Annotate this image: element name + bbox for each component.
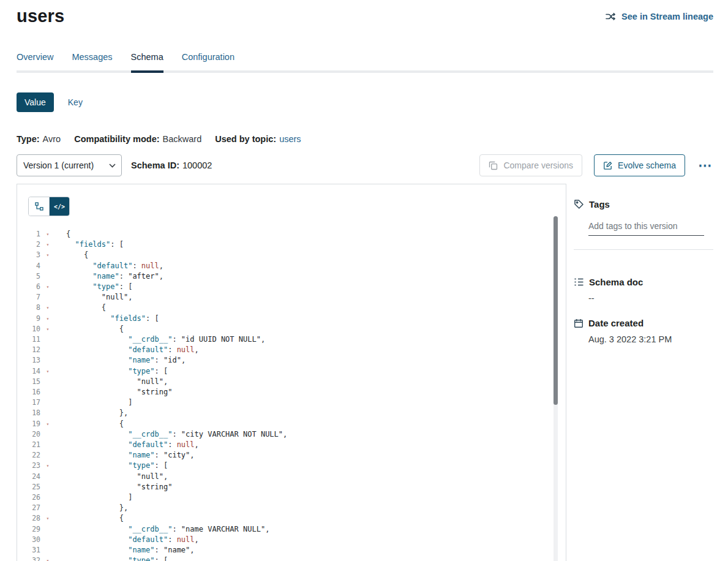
collapse-arrow-icon[interactable]: ▾ [40, 239, 55, 250]
code-line: 19▾ { [17, 419, 550, 429]
code-text: "fields": [ [55, 239, 124, 250]
code-line: 2▾ "fields": [ [17, 239, 550, 250]
code-text: "__crdb__": "id UUID NOT NULL", [55, 334, 265, 345]
version-bar: Version 1 (current) Schema ID: 100002 Co… [17, 154, 713, 176]
tab-configuration[interactable]: Configuration [182, 52, 235, 70]
collapse-arrow-icon[interactable]: ▾ [40, 555, 55, 561]
tab-bar: Overview Messages Schema Configuration [17, 52, 713, 73]
code-line: 10▾ { [17, 324, 550, 334]
code-text: "string" [55, 387, 172, 397]
more-options-button[interactable]: ⋯ [697, 159, 713, 173]
schema-kind-toggle: Value Key [17, 92, 713, 112]
code-view-button[interactable]: </> [49, 197, 69, 216]
code-line: 4 "default": null, [17, 261, 550, 271]
collapse-arrow-spacer [40, 271, 55, 282]
code-text: "fields": [ [55, 314, 159, 324]
code-view-icon: </> [54, 203, 65, 210]
schema-id-value: 100002 [182, 160, 212, 170]
tag-icon [574, 199, 584, 209]
collapse-arrow-spacer [40, 345, 55, 355]
collapse-arrow-icon[interactable]: ▾ [40, 303, 55, 313]
code-line: 27 }, [17, 503, 550, 513]
code-line: 11 "__crdb__": "id UUID NOT NULL", [17, 334, 550, 345]
code-text: "type": [ [55, 461, 168, 471]
collapse-arrow-spacer [40, 429, 55, 440]
date-created-value: Aug. 3 2022 3:21 PM [588, 334, 713, 344]
collapse-arrow-icon[interactable]: ▾ [40, 461, 55, 471]
code-line: 22 "name": "city", [17, 450, 550, 461]
collapse-arrow-icon[interactable]: ▾ [40, 314, 55, 324]
schema-content: </> 1▾{2▾ "fields": [3▾ {4 "default": nu… [17, 184, 713, 561]
collapse-arrow-icon[interactable]: ▾ [40, 419, 55, 429]
add-tags-input[interactable] [588, 219, 704, 236]
collapse-arrow-spacer [40, 408, 55, 418]
code-text: "name": "id", [55, 355, 186, 366]
collapse-arrow-icon[interactable]: ▾ [40, 250, 55, 260]
line-number: 28 [17, 513, 40, 524]
line-number: 21 [17, 440, 40, 450]
code-line: 18 }, [17, 408, 550, 418]
collapse-arrow-spacer [40, 355, 55, 366]
scrollbar-track [554, 216, 558, 561]
line-number: 19 [17, 419, 40, 429]
line-number: 4 [17, 261, 40, 271]
topic-link[interactable]: users [279, 134, 301, 144]
version-select[interactable]: Version 1 (current) [17, 154, 122, 176]
code-text: "default": null, [55, 345, 199, 355]
date-created-title: Date created [588, 318, 644, 328]
line-number: 26 [17, 492, 40, 503]
line-number: 16 [17, 387, 40, 397]
code-text: "__crdb__": "name VARCHAR NULL", [55, 524, 269, 535]
value-toggle-button[interactable]: Value [17, 92, 54, 112]
collapse-arrow-icon[interactable]: ▾ [40, 513, 55, 524]
collapse-arrow-spacer [40, 503, 55, 513]
tree-view-button[interactable] [29, 197, 49, 216]
code-text: { [55, 250, 88, 260]
code-text: }, [55, 408, 128, 418]
collapse-arrow-spacer [40, 387, 55, 397]
line-number: 29 [17, 524, 40, 535]
tags-section-title: Tags [589, 199, 610, 209]
line-number: 30 [17, 535, 40, 545]
meta-compatibility: Compatibility mode: Backward [74, 134, 201, 144]
tab-schema[interactable]: Schema [131, 52, 163, 70]
stream-lineage-link[interactable]: See in Stream lineage [606, 12, 713, 21]
line-number: 12 [17, 345, 40, 355]
collapse-arrow-icon[interactable]: ▾ [40, 282, 55, 292]
evolve-schema-label: Evolve schema [618, 160, 676, 170]
collapse-arrow-icon[interactable]: ▾ [40, 229, 55, 239]
code-line: 7 "null", [17, 292, 550, 303]
line-number: 18 [17, 408, 40, 418]
code-line: 8▾ { [17, 303, 550, 313]
code-line: 29 "__crdb__": "name VARCHAR NULL", [17, 524, 550, 535]
line-number: 27 [17, 503, 40, 513]
viewer-mode-toggle: </> [28, 197, 70, 216]
scrollbar-thumb[interactable] [554, 216, 558, 405]
line-number: 25 [17, 482, 40, 492]
code-line: 16 "string" [17, 387, 550, 397]
key-toggle-link[interactable]: Key [68, 97, 83, 107]
line-number: 5 [17, 271, 40, 282]
tree-view-icon [35, 202, 43, 211]
date-created-section: Date created Aug. 3 2022 3:21 PM [574, 318, 713, 344]
code-text: { [55, 419, 124, 429]
code-text: "type": [ [55, 366, 168, 377]
meta-compatibility-value: Backward [163, 134, 202, 144]
code-line: 21 "default": null, [17, 440, 550, 450]
tab-overview[interactable]: Overview [17, 52, 53, 70]
code-line: 17 ] [17, 397, 550, 408]
evolve-schema-button[interactable]: Evolve schema [594, 154, 685, 176]
code-text: "__crdb__": "city VARCHAR NOT NULL", [55, 429, 287, 440]
line-number: 14 [17, 366, 40, 377]
collapse-arrow-spacer [40, 450, 55, 461]
schema-doc-value: -- [588, 293, 713, 303]
collapse-arrow-spacer [40, 472, 55, 482]
collapse-arrow-icon[interactable]: ▾ [40, 324, 55, 334]
calendar-icon [574, 318, 584, 328]
compare-versions-button[interactable]: Compare versions [479, 154, 582, 176]
code-text: "null", [55, 377, 168, 387]
code-text: "name": "city", [55, 450, 195, 461]
collapse-arrow-icon[interactable]: ▾ [40, 366, 55, 377]
tab-messages[interactable]: Messages [72, 52, 112, 70]
version-select-wrap: Version 1 (current) [17, 154, 122, 176]
